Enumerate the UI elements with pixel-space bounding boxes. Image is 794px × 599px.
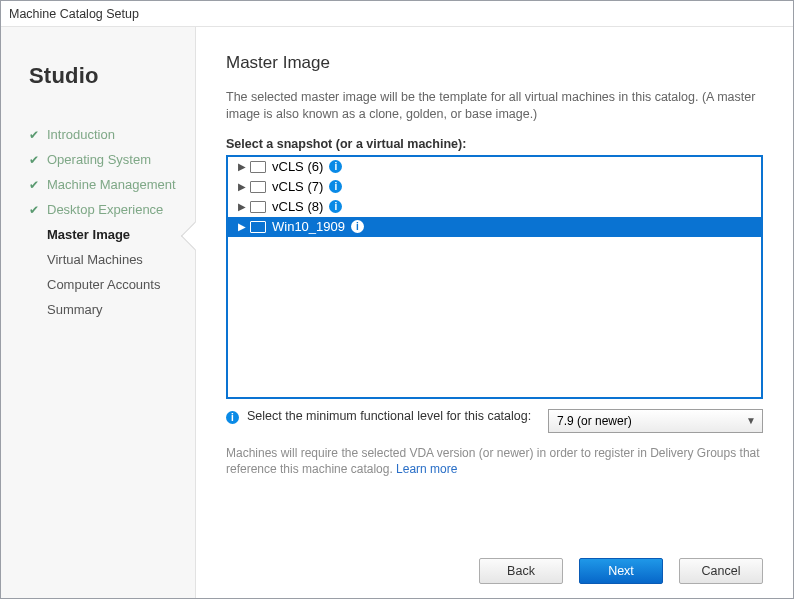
expand-icon[interactable]: ▶ xyxy=(238,201,250,212)
vm-icon xyxy=(250,181,266,193)
step-virtual-machines[interactable]: Virtual Machines xyxy=(29,252,195,267)
info-icon[interactable]: i xyxy=(329,200,342,213)
functional-level-row: i Select the minimum functional level fo… xyxy=(226,409,763,433)
tree-node[interactable]: ▶ vCLS (7) i xyxy=(228,177,761,197)
main-panel: Master Image The selected master image w… xyxy=(195,27,793,598)
step-summary[interactable]: Summary xyxy=(29,302,195,317)
step-computer-accounts[interactable]: Computer Accounts xyxy=(29,277,195,292)
studio-brand: Studio xyxy=(29,63,195,89)
snapshot-tree[interactable]: ▶ vCLS (6) i ▶ vCLS (7) i ▶ vCLS (8) i xyxy=(226,155,763,399)
step-machine-management[interactable]: ✔ Machine Management xyxy=(29,177,195,192)
step-label: Virtual Machines xyxy=(47,252,143,267)
cancel-button[interactable]: Cancel xyxy=(679,558,763,584)
step-label: Summary xyxy=(47,302,103,317)
titlebar: Machine Catalog Setup xyxy=(1,1,793,27)
wizard-window: Machine Catalog Setup Studio ✔ Introduct… xyxy=(0,0,794,599)
info-icon[interactable]: i xyxy=(329,160,342,173)
sidebar: Studio ✔ Introduction ✔ Operating System… xyxy=(1,27,195,598)
page-description: The selected master image will be the te… xyxy=(226,89,763,123)
step-operating-system[interactable]: ✔ Operating System xyxy=(29,152,195,167)
expand-icon[interactable]: ▶ xyxy=(238,181,250,192)
chevron-down-icon: ▼ xyxy=(746,415,756,426)
vm-icon xyxy=(250,221,266,233)
tree-node-selected[interactable]: ▶ Win10_1909 i xyxy=(228,217,761,237)
body: Studio ✔ Introduction ✔ Operating System… xyxy=(1,27,793,598)
tree-node[interactable]: ▶ vCLS (6) i xyxy=(228,157,761,177)
step-label: Master Image xyxy=(47,227,130,242)
step-label: Desktop Experience xyxy=(47,202,163,217)
step-desktop-experience[interactable]: ✔ Desktop Experience xyxy=(29,202,195,217)
step-master-image[interactable]: Master Image xyxy=(29,227,195,242)
step-label: Machine Management xyxy=(47,177,176,192)
combo-value: 7.9 (or newer) xyxy=(557,414,632,428)
expand-icon[interactable]: ▶ xyxy=(238,221,250,232)
tree-node-label: vCLS (7) xyxy=(272,179,323,194)
back-button[interactable]: Back xyxy=(479,558,563,584)
window-title: Machine Catalog Setup xyxy=(9,7,139,21)
step-label: Operating System xyxy=(47,152,151,167)
vm-icon xyxy=(250,161,266,173)
step-label: Introduction xyxy=(47,127,115,142)
step-label: Computer Accounts xyxy=(47,277,160,292)
tree-node-label: vCLS (6) xyxy=(272,159,323,174)
expand-icon[interactable]: ▶ xyxy=(238,161,250,172)
functional-level-combo[interactable]: 7.9 (or newer) ▼ xyxy=(548,409,763,433)
snapshot-label: Select a snapshot (or a virtual machine)… xyxy=(226,137,763,151)
next-button[interactable]: Next xyxy=(579,558,663,584)
info-icon[interactable]: i xyxy=(351,220,364,233)
check-icon: ✔ xyxy=(29,178,43,192)
tree-node-label: Win10_1909 xyxy=(272,219,345,234)
step-introduction[interactable]: ✔ Introduction xyxy=(29,127,195,142)
check-icon: ✔ xyxy=(29,153,43,167)
check-icon: ✔ xyxy=(29,203,43,217)
info-icon: i xyxy=(226,411,239,424)
functional-level-label: Select the minimum functional level for … xyxy=(247,409,540,423)
vm-icon xyxy=(250,201,266,213)
tree-node-label: vCLS (8) xyxy=(272,199,323,214)
check-icon: ✔ xyxy=(29,128,43,142)
learn-more-link[interactable]: Learn more xyxy=(396,462,457,476)
vda-note-text: Machines will require the selected VDA v… xyxy=(226,446,760,476)
tree-node[interactable]: ▶ vCLS (8) i xyxy=(228,197,761,217)
vda-note: Machines will require the selected VDA v… xyxy=(226,445,763,477)
page-heading: Master Image xyxy=(226,53,763,73)
button-bar: Back Next Cancel xyxy=(226,544,763,584)
info-icon[interactable]: i xyxy=(329,180,342,193)
